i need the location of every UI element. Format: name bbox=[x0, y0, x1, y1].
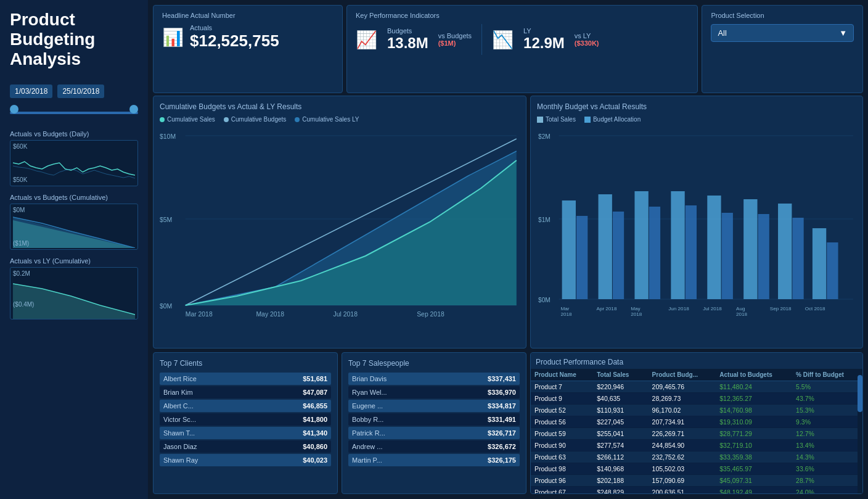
list-item: Jason Diaz $40,860 bbox=[160, 440, 331, 453]
daily-chart-box: $60K $50K bbox=[10, 140, 138, 186]
kpi-ly-icon: 📉 bbox=[492, 30, 514, 50]
svg-text:Jul 2018: Jul 2018 bbox=[334, 311, 358, 318]
clients-title: Top 7 Clients bbox=[160, 359, 331, 368]
client-name-5: Shawn T... bbox=[163, 429, 195, 437]
product-name: Product 56 bbox=[531, 416, 593, 428]
date-start[interactable]: 1/03/2018 bbox=[10, 85, 52, 98]
product-name: Product 9 bbox=[531, 393, 593, 405]
cumulative-chart-title: Cumulative Budgets vs Actual & LY Result… bbox=[160, 102, 520, 111]
list-item: Martin P... $326,175 bbox=[348, 454, 520, 466]
product-budget: 96,170.02 bbox=[649, 405, 716, 416]
list-item: Albert C... $46,855 bbox=[160, 400, 331, 412]
sales-value-2: $336,970 bbox=[488, 389, 516, 396]
monthly-chart-title: Monthly Budget vs Actual Results bbox=[537, 102, 856, 111]
headline-icon: 📊 bbox=[162, 27, 184, 47]
kpi-vs-ly-value: ($330K) bbox=[575, 39, 599, 47]
svg-rect-24 bbox=[599, 194, 612, 299]
sales-value-6: $326,672 bbox=[488, 443, 516, 450]
kpi-vs-ly-label: vs LY bbox=[575, 32, 599, 39]
cumulative-chart-title: Actuals vs Budgets (Cumulative) bbox=[10, 194, 138, 201]
list-item: Patrick R... $326,717 bbox=[348, 427, 520, 439]
svg-text:Aug: Aug bbox=[736, 306, 745, 311]
date-slider[interactable] bbox=[10, 108, 138, 118]
pct-diff: 28.7% bbox=[792, 475, 862, 487]
client-name-2: Brian Kim bbox=[163, 389, 193, 396]
kpi-vs-budgets-value: ($1M) bbox=[438, 39, 472, 47]
actual-to-budgets: $32,719.10 bbox=[716, 440, 792, 452]
scrollbar-thumb[interactable] bbox=[858, 375, 862, 412]
svg-rect-33 bbox=[758, 214, 769, 299]
product-name: Product 98 bbox=[531, 463, 593, 475]
legend-budget-allocation: Budget Allocation bbox=[584, 116, 641, 123]
cum-y-middle: ($1M) bbox=[13, 240, 29, 247]
cumulative-chart-section: Actuals vs Budgets (Cumulative) $0M ($1M… bbox=[10, 194, 138, 250]
cum-y-top: $0M bbox=[13, 207, 25, 213]
ly-chart-title: Actuals vs LY (Cumulative) bbox=[10, 257, 138, 265]
product-name: Product 52 bbox=[531, 405, 593, 416]
sales-name-6: Andrew ... bbox=[352, 443, 383, 450]
date-range: 1/03/2018 25/10/2018 bbox=[10, 85, 138, 98]
perf-table-wrapper[interactable]: Product Name Total Sales Product Budg...… bbox=[531, 369, 862, 494]
legend-dot-budgets bbox=[224, 117, 229, 122]
product-budget: 207,734.91 bbox=[649, 416, 716, 428]
svg-rect-22 bbox=[562, 200, 576, 299]
table-row: Product 52 $110,931 96,170.02 $14,760.98… bbox=[531, 405, 862, 416]
pct-diff: 12.7% bbox=[792, 428, 862, 440]
list-item: Victor Sc... $41,800 bbox=[160, 413, 331, 426]
table-row: Product 7 $220,946 209,465.76 $11,480.24… bbox=[531, 381, 862, 393]
headline-amount: $12,525,755 bbox=[190, 31, 279, 51]
client-value-1: $51,681 bbox=[303, 375, 327, 382]
actual-to-budgets: $35,465.97 bbox=[716, 463, 792, 475]
product-select-value: All bbox=[718, 28, 726, 38]
svg-rect-36 bbox=[813, 228, 826, 299]
pct-diff: 33.6% bbox=[792, 463, 862, 475]
product-name: Product 7 bbox=[531, 381, 593, 393]
slider-thumb-left[interactable] bbox=[10, 105, 18, 113]
slider-thumb-right[interactable] bbox=[129, 105, 138, 113]
svg-text:Jul 2018: Jul 2018 bbox=[703, 306, 722, 311]
salespeople-title: Top 7 Salespeople bbox=[348, 359, 520, 368]
product-selection-title: Product Selection bbox=[711, 12, 854, 19]
client-name-4: Victor Sc... bbox=[163, 416, 196, 423]
table-row: Product 59 $255,041 226,269.71 $28,771.2… bbox=[531, 428, 862, 440]
sales-name-4: Bobby R... bbox=[352, 416, 383, 423]
main-content: Cumulative Budgets vs Actual & LY Result… bbox=[148, 96, 868, 499]
svg-rect-26 bbox=[634, 191, 648, 299]
table-row: Product 56 $227,045 207,734.91 $19,310.0… bbox=[531, 416, 862, 428]
table-row: Product 90 $277,574 244,854.90 $32,719.1… bbox=[531, 440, 862, 452]
col-pct-diff: % Diff to Budget bbox=[792, 369, 862, 381]
total-sales: $227,045 bbox=[593, 416, 648, 428]
svg-rect-31 bbox=[722, 213, 733, 299]
actual-to-budgets: $33,359.38 bbox=[716, 452, 792, 463]
daily-chart-section: Actuals vs Budgets (Daily) $60K $50K bbox=[10, 130, 138, 186]
perf-table: Product Name Total Sales Product Budg...… bbox=[531, 369, 862, 494]
product-select-dropdown[interactable]: All ▼ bbox=[711, 24, 854, 42]
product-selection-panel: Product Selection All ▼ bbox=[702, 5, 863, 93]
ly-chart-box: $0.2M ($0.4M) bbox=[10, 267, 138, 320]
legend-label-sales: Cumulative Sales bbox=[167, 116, 215, 123]
list-item: Albert Rice $51,681 bbox=[160, 373, 331, 385]
client-name-6: Jason Diaz bbox=[163, 443, 197, 450]
kpi-title: Key Performance Indicators bbox=[356, 12, 689, 19]
client-value-2: $47,087 bbox=[303, 389, 327, 396]
client-name-3: Albert C... bbox=[163, 402, 194, 410]
top-panels: Headline Actual Number 📊 Actuals $12,525… bbox=[148, 0, 868, 96]
svg-text:2018: 2018 bbox=[631, 311, 642, 317]
date-end[interactable]: 25/10/2018 bbox=[57, 85, 104, 98]
col-actual-to-budgets: Actual to Budgets bbox=[716, 369, 792, 381]
sales-name-7: Martin P... bbox=[352, 456, 382, 464]
product-budget: 244,854.90 bbox=[649, 440, 716, 452]
perf-table-title: Product Performance Data bbox=[531, 353, 862, 369]
scrollbar-track[interactable] bbox=[858, 369, 862, 494]
kpi-ly-value: 12.9M bbox=[523, 35, 565, 52]
svg-rect-35 bbox=[792, 218, 803, 299]
svg-rect-25 bbox=[613, 212, 624, 299]
svg-text:2018: 2018 bbox=[736, 311, 748, 317]
table-row: Product 9 $40,635 28,269.73 $12,365.27 4… bbox=[531, 393, 862, 405]
pct-diff: 43.7% bbox=[792, 393, 862, 405]
pct-diff: 14.3% bbox=[792, 452, 862, 463]
legend-cumulative-ly: Cumulative Sales LY bbox=[295, 116, 359, 123]
total-sales: $140,968 bbox=[593, 463, 648, 475]
sales-name-2: Ryan Wel... bbox=[352, 389, 387, 396]
sales-value-3: $334,817 bbox=[488, 402, 516, 410]
